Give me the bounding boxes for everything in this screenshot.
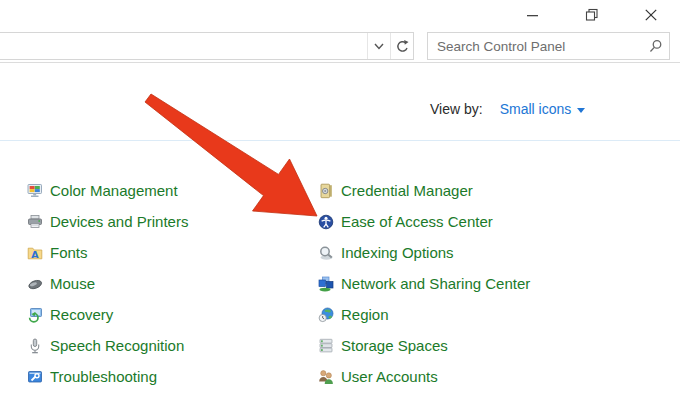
ease-of-access-icon (318, 214, 334, 230)
region-icon (318, 307, 334, 323)
item-credential-manager[interactable]: Credential Manager (318, 175, 530, 206)
troubleshooting-icon (27, 369, 43, 385)
svg-text:A: A (31, 248, 39, 259)
item-label: Fonts (50, 244, 88, 261)
minimize-button[interactable] (503, 0, 562, 30)
refresh-button[interactable] (390, 33, 413, 59)
recovery-icon (27, 307, 43, 323)
item-color-management[interactable]: Color Management (27, 175, 188, 206)
item-ease-of-access-center[interactable]: Ease of Access Center (318, 206, 530, 237)
fonts-icon: A (27, 245, 43, 261)
item-recovery[interactable]: Recovery (27, 299, 188, 330)
window-controls (503, 0, 680, 30)
toolbar-separator (0, 62, 680, 63)
item-label: Mouse (50, 275, 95, 292)
item-label: Troubleshooting (50, 368, 157, 385)
storage-spaces-icon (318, 338, 334, 354)
item-label: User Accounts (341, 368, 438, 385)
color-management-icon (27, 183, 43, 199)
item-mouse[interactable]: Mouse (27, 268, 188, 299)
address-dropdown-button[interactable] (367, 33, 390, 59)
item-label: Storage Spaces (341, 337, 448, 354)
network-and-sharing-icon (318, 276, 334, 292)
item-troubleshooting[interactable]: Troubleshooting (27, 361, 188, 392)
view-by-bar: View by: Small icons (430, 99, 585, 119)
credential-manager-icon (318, 183, 334, 199)
indexing-options-icon (318, 245, 334, 261)
content-separator (0, 140, 680, 141)
restore-icon (585, 8, 599, 22)
refresh-icon (395, 39, 410, 54)
devices-and-printers-icon (27, 214, 43, 230)
chevron-down-icon (373, 40, 385, 52)
items-column-left: Color Management Devices and Printers A … (27, 175, 188, 392)
title-bar[interactable] (0, 0, 680, 30)
item-label: Ease of Access Center (341, 213, 493, 230)
item-label: Indexing Options (341, 244, 454, 261)
item-label: Network and Sharing Center (341, 275, 530, 292)
item-devices-and-printers[interactable]: Devices and Printers (27, 206, 188, 237)
item-user-accounts[interactable]: User Accounts (318, 361, 530, 392)
item-label: Region (341, 306, 389, 323)
item-fonts[interactable]: A Fonts (27, 237, 188, 268)
mouse-icon (27, 276, 43, 292)
address-bar[interactable] (0, 32, 414, 60)
minimize-icon (526, 9, 539, 22)
close-button[interactable] (621, 0, 680, 30)
item-label: Color Management (50, 182, 178, 199)
search-icon (648, 39, 663, 54)
item-network-and-sharing-center[interactable]: Network and Sharing Center (318, 268, 530, 299)
search-box (427, 32, 670, 60)
close-icon (644, 8, 658, 22)
item-region[interactable]: Region (318, 299, 530, 330)
item-label: Credential Manager (341, 182, 473, 199)
item-label: Speech Recognition (50, 337, 184, 354)
control-panel-window: { "window": { "controls": [ {"name": "mi… (0, 0, 680, 420)
search-input[interactable] (428, 39, 641, 54)
caret-down-icon (577, 108, 585, 113)
view-by-selected: Small icons (500, 101, 572, 117)
user-accounts-icon (318, 369, 334, 385)
view-by-label: View by: (430, 101, 483, 117)
item-indexing-options[interactable]: Indexing Options (318, 237, 530, 268)
items-column-right: Credential Manager Ease of Access Center… (318, 175, 530, 392)
view-by-dropdown[interactable]: Small icons (500, 101, 586, 117)
item-label: Recovery (50, 306, 113, 323)
item-label: Devices and Printers (50, 213, 188, 230)
speech-recognition-icon (27, 338, 43, 354)
search-button[interactable] (641, 39, 669, 54)
item-speech-recognition[interactable]: Speech Recognition (27, 330, 188, 361)
restore-button[interactable] (562, 0, 621, 30)
item-storage-spaces[interactable]: Storage Spaces (318, 330, 530, 361)
